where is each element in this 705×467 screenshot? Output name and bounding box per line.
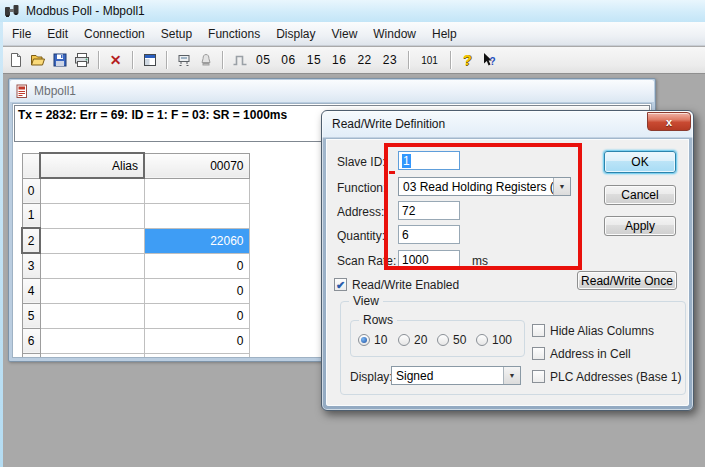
- menu-functions[interactable]: Functions: [200, 23, 268, 45]
- row-header-selected[interactable]: 2: [22, 228, 40, 253]
- apply-button[interactable]: Apply: [604, 216, 676, 236]
- display-select[interactable]: Signed ▼: [391, 366, 521, 385]
- row-header[interactable]: 0: [22, 178, 40, 203]
- reg-101-button[interactable]: 101: [417, 55, 442, 66]
- svg-text:?: ?: [490, 56, 496, 67]
- hide-alias-label: Hide Alias Columns: [550, 324, 654, 338]
- function-16-button[interactable]: 16: [329, 53, 349, 67]
- table-row: 4 0: [22, 278, 249, 303]
- slave-id-label: Slave ID:: [337, 155, 386, 169]
- menu-connection[interactable]: Connection: [76, 23, 153, 45]
- display-value: Signed: [392, 367, 503, 384]
- toolbar-separator: [98, 51, 99, 69]
- row-header[interactable]: 1: [22, 203, 40, 228]
- open-file-icon[interactable]: [29, 52, 46, 69]
- child-titlebar[interactable]: Mbpoll1: [10, 80, 654, 102]
- menu-setup[interactable]: Setup: [153, 23, 200, 45]
- function-22-button[interactable]: 22: [354, 53, 374, 67]
- row-header[interactable]: 5: [22, 303, 40, 328]
- alias-cell[interactable]: [40, 303, 144, 328]
- register-grid[interactable]: Alias 00070 0 1 2 22060 3 0: [21, 152, 250, 358]
- value-cell[interactable]: 0: [144, 278, 249, 303]
- view-group-label: View: [349, 294, 383, 308]
- row-header[interactable]: [22, 353, 40, 358]
- toolbar-separator: [450, 51, 451, 69]
- display-label: Display:: [350, 370, 393, 384]
- menu-help[interactable]: Help: [424, 23, 465, 45]
- read-write-enabled-label: Read/Write Enabled: [352, 278, 459, 292]
- value-cell[interactable]: [144, 178, 249, 203]
- chevron-down-icon[interactable]: ▼: [503, 367, 520, 384]
- alarm-icon[interactable]: [197, 52, 214, 69]
- row-header[interactable]: 3: [22, 253, 40, 278]
- read-write-once-button[interactable]: Read/Write Once: [577, 271, 677, 290]
- alias-cell[interactable]: [40, 228, 144, 253]
- plc-addresses-checkbox[interactable]: [532, 370, 545, 383]
- close-icon[interactable]: x: [647, 112, 691, 131]
- window-titlebar: Modbus Poll - Mbpoll1: [0, 0, 705, 22]
- table-row: [22, 353, 249, 358]
- selected-value-cell[interactable]: 22060: [144, 228, 249, 253]
- rows-100-radio[interactable]: [476, 334, 488, 346]
- rows-50-radio[interactable]: [437, 334, 449, 346]
- menu-file[interactable]: File: [4, 23, 39, 45]
- alias-cell[interactable]: [40, 278, 144, 303]
- grid-header-alias[interactable]: Alias: [40, 153, 144, 178]
- cancel-button[interactable]: Cancel: [604, 185, 676, 205]
- rows-group-label: Rows: [359, 313, 397, 327]
- hide-alias-checkbox[interactable]: [532, 324, 545, 337]
- ok-button[interactable]: OK: [604, 151, 676, 173]
- grid-header-address[interactable]: 00070: [144, 153, 249, 178]
- menu-bar: File Edit Connection Setup Functions Dis…: [0, 22, 705, 46]
- table-row: 5 0: [22, 303, 249, 328]
- table-row: 6 0: [22, 328, 249, 353]
- alias-cell[interactable]: [40, 328, 144, 353]
- context-help-icon[interactable]: ?: [481, 52, 498, 69]
- menu-window[interactable]: Window: [365, 23, 424, 45]
- rows-group: Rows 10 20 50 100: [350, 320, 525, 357]
- value-cell[interactable]: [144, 203, 249, 228]
- grid-corner-cell[interactable]: [22, 153, 40, 178]
- poll-setup-icon[interactable]: [175, 52, 192, 69]
- app-icon: [4, 3, 20, 19]
- rows-20-radio[interactable]: [398, 334, 410, 346]
- value-cell[interactable]: 0: [144, 303, 249, 328]
- menu-view[interactable]: View: [324, 23, 366, 45]
- menu-edit[interactable]: Edit: [39, 23, 76, 45]
- toolbar: ✕ 05 06 15 16 22 23 101 ? ?: [0, 47, 705, 74]
- about-help-icon[interactable]: ?: [459, 52, 476, 69]
- rows-10-radio[interactable]: [358, 334, 370, 346]
- pulse-icon[interactable]: [231, 52, 248, 69]
- window-title: Modbus Poll - Mbpoll1: [26, 4, 145, 18]
- alias-cell[interactable]: [40, 178, 144, 203]
- function-06-button[interactable]: 06: [278, 53, 298, 67]
- function-05-button[interactable]: 05: [253, 53, 273, 67]
- toolbar-separator: [166, 51, 167, 69]
- toolbar-separator: [408, 51, 409, 69]
- function-15-button[interactable]: 15: [304, 53, 324, 67]
- display-definition-icon[interactable]: [141, 52, 158, 69]
- value-cell[interactable]: 0: [144, 253, 249, 278]
- read-write-enabled-checkbox[interactable]: ✔: [334, 278, 347, 291]
- quantity-label: Quantity:: [337, 229, 385, 243]
- function-23-button[interactable]: 23: [380, 53, 400, 67]
- alias-cell[interactable]: [40, 203, 144, 228]
- save-icon[interactable]: [51, 52, 68, 69]
- address-in-cell-checkbox[interactable]: [532, 347, 545, 360]
- address-label: Address:: [337, 205, 384, 219]
- alias-cell[interactable]: [40, 253, 144, 278]
- row-header[interactable]: 6: [22, 328, 40, 353]
- value-cell[interactable]: [144, 353, 249, 358]
- print-icon[interactable]: [73, 52, 90, 69]
- delete-icon[interactable]: ✕: [107, 52, 124, 69]
- table-row: 1: [22, 203, 249, 228]
- new-file-icon[interactable]: [7, 52, 24, 69]
- rows-50-label: 50: [453, 333, 466, 347]
- value-cell[interactable]: 0: [144, 328, 249, 353]
- row-header[interactable]: 4: [22, 278, 40, 303]
- menu-display[interactable]: Display: [268, 23, 323, 45]
- toolbar-separator: [132, 51, 133, 69]
- alias-cell[interactable]: [40, 353, 144, 358]
- table-row: 0: [22, 178, 249, 203]
- grid-header-row: Alias 00070: [22, 153, 249, 178]
